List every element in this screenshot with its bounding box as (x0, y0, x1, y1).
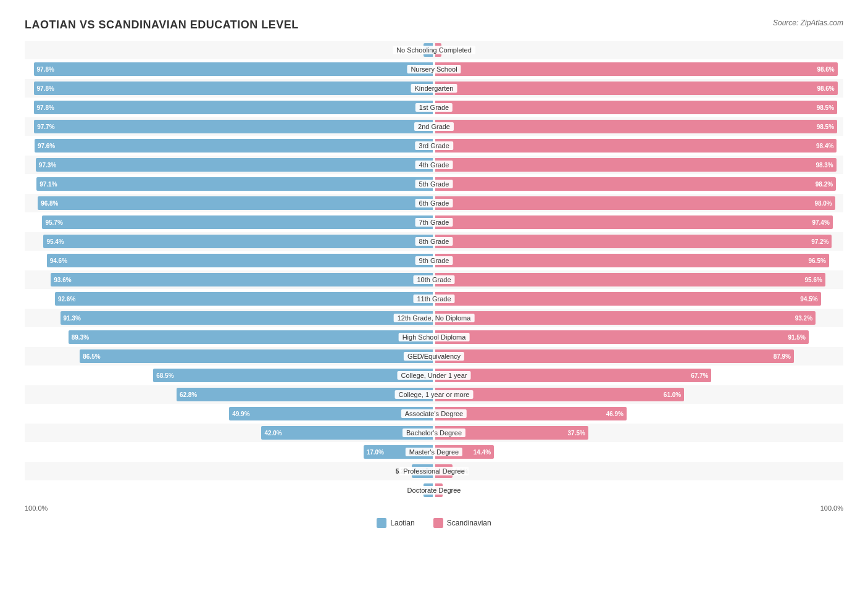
bar-value-left: 97.8% (37, 66, 54, 73)
bar-value-left: 68.5% (156, 372, 173, 379)
bar-right: 98.3% (435, 158, 837, 172)
bar-left: 97.8% (34, 82, 433, 95)
bar-value-right: 98.5% (817, 104, 834, 111)
bar-left (424, 483, 433, 497)
bar-right: 61.0% (435, 388, 684, 401)
bar-row: 97.1%5th Grade98.2% (25, 175, 843, 193)
bar-row: 97.8%1st Grade98.5% (25, 98, 843, 117)
bar-value-left: 96.8% (41, 200, 58, 207)
chart-container: LAOTIAN VS SCANDINAVIAN EDUCATION LEVEL … (12, 12, 856, 540)
bar-value-left: 42.0% (264, 430, 282, 437)
bar-right: 96.5% (435, 254, 829, 267)
legend-item-laotian: Laotian (377, 518, 414, 528)
bar-value-left: 91.3% (64, 315, 81, 322)
bar-value-left: 89.3% (72, 334, 89, 341)
bar-right: 14.4% (435, 445, 494, 459)
bar-value-right: 94.5% (800, 296, 817, 303)
bar-value-right: 97.2% (811, 238, 828, 245)
bar-right: 97.4% (435, 215, 833, 229)
bar-value-left: 92.6% (58, 296, 75, 303)
legend-label-laotian: Laotian (390, 519, 414, 527)
bar-value-right: 93.2% (795, 315, 812, 322)
bar-right: 98.6% (435, 82, 838, 95)
bar-value-right: 96.5% (809, 257, 826, 264)
bar-left: 96.8% (38, 196, 433, 210)
bar-left: 89.3% (69, 330, 433, 344)
bar-left (424, 43, 433, 57)
x-label-left: 100.0% (25, 504, 48, 512)
bar-value-left: 94.6% (50, 257, 67, 264)
bar-left: 97.6% (35, 139, 433, 153)
bar-left: 95.4% (43, 235, 433, 248)
bar-row: 17.0%Master's Degree14.4% (25, 443, 843, 461)
legend: Laotian Scandinavian (25, 518, 843, 528)
chart-header: LAOTIAN VS SCANDINAVIAN EDUCATION LEVEL … (25, 19, 843, 31)
bar-value-right: 87.9% (774, 353, 791, 360)
bar-right: 46.9% (435, 407, 627, 420)
bar-row: 97.3%4th Grade98.3% (25, 156, 843, 174)
bar-row: 97.8%Nursery School98.6% (25, 60, 843, 78)
bar-value-right: 98.0% (814, 200, 832, 207)
bar-value-right: 97.4% (812, 219, 829, 226)
bar-left: 93.6% (51, 273, 433, 286)
bar-row: 97.7%2nd Grade98.5% (25, 117, 843, 136)
bar-left: 17.0% (364, 445, 433, 459)
bar-value-right: 46.9% (606, 411, 624, 417)
x-label-right: 100.0% (820, 504, 843, 512)
chart-source: Source: ZipAtlas.com (773, 19, 843, 27)
bar-right: 98.0% (435, 196, 835, 210)
bar-left: 91.3% (61, 311, 433, 325)
bar-left: 42.0% (261, 426, 433, 440)
bar-row: 95.7%7th Grade97.4% (25, 213, 843, 232)
bar-row: 68.5%College, Under 1 year67.7% (25, 366, 843, 385)
bar-left (412, 464, 433, 478)
bar-left: 86.5% (80, 349, 433, 363)
bar-right: 87.9% (435, 349, 794, 363)
bar-value-left: 97.3% (39, 162, 56, 169)
bar-row: 91.3%12th Grade, No Diploma93.2% (25, 309, 843, 327)
bar-row: 62.8%College, 1 year or more61.0% (25, 385, 843, 404)
bar-row: 93.6%10th Grade95.6% (25, 270, 843, 289)
bar-row: 2.3%Doctorate Degree1.8% (25, 481, 843, 500)
bar-value-left: 95.7% (45, 219, 62, 226)
bar-value-left: 49.9% (232, 411, 249, 417)
bar-left: 95.7% (42, 215, 433, 229)
legend-color-scandinavian (433, 518, 443, 528)
bar-row: 95.4%8th Grade97.2% (25, 232, 843, 251)
bar-value-right: 67.7% (691, 372, 708, 379)
bar-right (435, 464, 453, 478)
bar-right: 91.5% (435, 330, 809, 344)
bar-value-right: 98.5% (817, 123, 834, 130)
bar-value-left: 97.8% (37, 85, 54, 92)
legend-item-scandinavian: Scandinavian (433, 518, 491, 528)
bar-right: 98.4% (435, 139, 837, 153)
legend-label-scandinavian: Scandinavian (447, 519, 491, 527)
bar-value-right: 4.2% (454, 468, 469, 475)
bar-value-right: 14.4% (474, 449, 491, 456)
bar-right: 67.7% (435, 369, 711, 382)
bar-right: 98.2% (435, 177, 836, 191)
x-axis-labels: 100.0% 100.0% (25, 504, 843, 512)
bar-left: 68.5% (153, 369, 433, 382)
bar-value-left: 17.0% (367, 449, 384, 456)
bar-row: 42.0%Bachelor's Degree37.5% (25, 424, 843, 442)
bar-left: 92.6% (55, 292, 433, 306)
chart-footer: 100.0% 100.0% (25, 504, 843, 512)
bar-row: 49.9%Associate's Degree46.9% (25, 404, 843, 423)
bar-value-right: 61.0% (664, 391, 681, 398)
bar-row: 86.5%GED/Equivalency87.9% (25, 347, 843, 366)
bar-value-left: 97.1% (40, 181, 57, 188)
bar-left: 62.8% (177, 388, 433, 401)
bar-right: 95.6% (435, 273, 825, 286)
bar-value-right: 91.5% (788, 334, 805, 341)
bar-value-right: 98.6% (817, 85, 834, 92)
bar-right: 98.5% (435, 101, 837, 114)
chart-title: LAOTIAN VS SCANDINAVIAN EDUCATION LEVEL (25, 19, 299, 31)
bar-value-right: 1.5% (443, 47, 457, 54)
bar-right: 97.2% (435, 235, 832, 248)
bar-value-left: 97.6% (38, 143, 55, 149)
bar-row: 5.2%Professional Degree4.2% (25, 462, 843, 480)
bar-row: 97.6%3rd Grade98.4% (25, 136, 843, 155)
bar-left: 94.6% (47, 254, 433, 267)
bar-row: 89.3%High School Diploma91.5% (25, 328, 843, 346)
